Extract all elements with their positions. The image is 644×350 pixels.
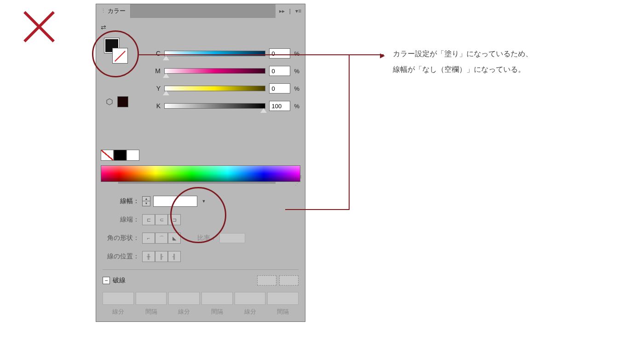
dash-type-2[interactable] [279,275,299,286]
c-unit: % [294,50,299,57]
arrow-icon: ▶ [380,52,385,59]
dash-input-4[interactable] [201,292,233,305]
dash-sub-6: 間隔 [267,308,299,316]
k-input[interactable] [269,101,290,111]
align-center-button[interactable]: ╫ [142,251,155,262]
c-input[interactable] [269,48,290,58]
join-label: 角の形状： [103,234,139,242]
y-input[interactable] [269,83,290,93]
none-swatch[interactable] [101,150,114,161]
cap-round-button[interactable]: ⊂ [155,214,168,225]
annotation-connector [349,54,350,210]
grip-icon: ⋮ [101,8,106,14]
dash-sub-4: 間隔 [201,308,233,316]
c-label: C [152,50,161,57]
white-swatch[interactable] [126,150,139,161]
cap-label: 線端： [103,216,139,224]
color-tab[interactable]: ⋮ カラー [96,4,131,18]
annotation-text: カラー設定が「塗り」になっているため、 線幅が「なし（空欄）」になっている。 [393,46,533,77]
color-tab-label: カラー [108,7,126,15]
cube-icon[interactable] [105,98,114,106]
highlight-circle-width [170,187,226,243]
join-miter-button[interactable]: ⌐ [142,233,155,244]
align-buttons: ╫ ╟ ╢ [142,251,181,262]
annotation-line2: 線幅が「なし（空欄）」になっている。 [393,62,533,77]
highlight-circle-fillstroke [92,30,139,77]
resize-grip-icon[interactable]: ⋰ [101,182,300,187]
m-input[interactable] [269,66,290,76]
color-panel-header-icons: ▸▸ | ▾≡ [276,4,305,18]
m-label: M [152,67,161,75]
annotation-connector [139,54,350,55]
dash-row: − 破線 [103,274,299,287]
y-unit: % [294,85,299,92]
align-inside-button[interactable]: ╟ [155,251,168,262]
c-row: C % [152,45,299,62]
join-buttons: ⌐ ⌒ ◣ [142,233,181,244]
c-slider[interactable] [164,51,265,56]
align-row: 線の位置： ╫ ╟ ╢ [103,247,299,266]
dash-input-3[interactable] [168,292,200,305]
align-label: 線の位置： [103,252,139,261]
dash-sub-3: 線分 [168,308,200,316]
k-label: K [152,102,161,110]
dash-input-6[interactable] [267,292,299,305]
x-mark-icon [18,5,60,46]
annotation-connector [350,54,384,55]
m-row: M % [152,62,299,80]
join-round-button[interactable]: ⌒ [155,233,168,244]
annotation-line1: カラー設定が「塗り」になっているため、 [393,46,533,62]
annotation-connector [285,209,350,210]
swap-fill-stroke-icon[interactable]: ⇄ [101,23,106,31]
last-color-swatch[interactable] [117,96,128,107]
k-slider[interactable] [164,103,265,109]
dash-sub-1: 線分 [103,308,134,316]
menu-icon[interactable]: ▾≡ [295,8,301,14]
width-spinner[interactable]: ▴▾ [142,196,150,206]
k-row: K % [152,97,299,115]
y-label: Y [152,85,161,92]
extra-icons [105,96,128,107]
dash-type-buttons [257,275,299,286]
m-unit: % [294,68,299,75]
dash-input-5[interactable] [235,292,266,305]
spectrum-picker[interactable] [101,165,300,182]
y-row: Y % [152,80,299,97]
stroke-width-label: 線幅： [103,197,139,205]
quick-swatches [101,150,300,161]
y-slider[interactable] [164,86,265,91]
dash-input-1[interactable] [103,292,134,305]
dash-inputs: 線分 間隔 線分 間隔 線分 間隔 [103,292,299,316]
dash-type-1[interactable] [257,275,276,286]
m-slider[interactable] [164,68,265,74]
divider-icon: | [289,8,291,14]
dash-label: 破線 [113,276,257,285]
k-unit: % [294,103,299,110]
divider [103,269,299,270]
dash-checkbox[interactable]: − [103,277,110,284]
dash-sub-5: 線分 [235,308,266,316]
dash-sub-2: 間隔 [136,308,167,316]
cap-butt-button[interactable]: ⊏ [142,214,155,225]
ratio-input[interactable] [219,233,245,243]
dash-input-2[interactable] [136,292,167,305]
align-outside-button[interactable]: ╢ [168,251,181,262]
tab-area [131,4,276,18]
color-panel-header: ⋮ カラー ▸▸ | ▾≡ [96,4,305,18]
collapse-icon[interactable]: ▸▸ [279,8,285,14]
black-swatch[interactable] [114,150,126,161]
